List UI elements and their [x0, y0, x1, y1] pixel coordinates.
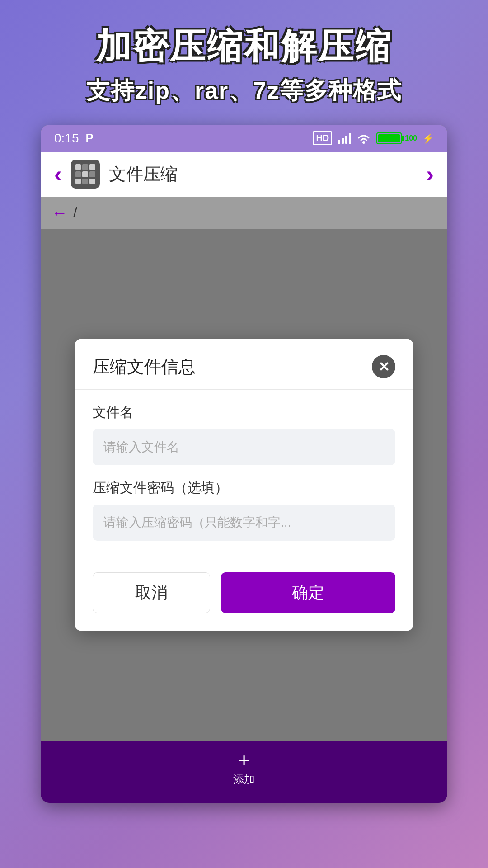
cancel-button[interactable]: 取消: [93, 572, 210, 613]
battery-text: 100: [405, 134, 417, 142]
dialog-overlay: 压缩文件信息 ✕ 文件名 压缩文件密码（选填） 取消 确定: [41, 229, 447, 741]
app-icon: [71, 160, 100, 189]
add-label[interactable]: 添加: [233, 772, 255, 787]
path-back-button[interactable]: ←: [52, 203, 68, 222]
svg-point-0: [362, 141, 365, 144]
bottom-toolbar: + 添加: [41, 741, 447, 796]
forward-button[interactable]: ›: [426, 163, 434, 185]
charging-icon: ⚡: [422, 133, 434, 144]
compress-dialog: 压缩文件信息 ✕ 文件名 压缩文件密码（选填） 取消 确定: [75, 339, 413, 631]
toolbar-title: 文件压缩: [109, 163, 418, 186]
hero-subtitle: 支持zip、rar、7z等多种格式: [18, 75, 470, 107]
battery-indicator: 100: [376, 132, 417, 144]
signal-icon: [338, 133, 351, 144]
password-label: 压缩文件密码（选填）: [93, 479, 395, 497]
filename-label: 文件名: [93, 403, 395, 422]
add-icon: +: [238, 750, 250, 770]
confirm-button[interactable]: 确定: [221, 572, 395, 613]
dialog-close-button[interactable]: ✕: [372, 355, 395, 378]
hd-badge: HD: [313, 131, 332, 145]
wifi-icon: [357, 132, 371, 144]
path-bar: ← /: [41, 197, 447, 229]
status-right: HD 100 ⚡: [313, 131, 434, 145]
status-time: 0:15: [54, 131, 79, 146]
content-area: 压缩文件信息 ✕ 文件名 压缩文件密码（选填） 取消 确定: [41, 229, 447, 741]
hero-title: 加密压缩和解压缩: [18, 27, 470, 66]
path-separator: /: [73, 204, 77, 221]
dialog-header: 压缩文件信息 ✕: [75, 339, 413, 390]
status-left: 0:15 P: [54, 131, 94, 146]
nav-indicator: [41, 796, 447, 803]
dialog-body: 文件名 压缩文件密码（选填）: [75, 390, 413, 568]
status-parking-icon: P: [86, 131, 94, 145]
dialog-footer: 取消 确定: [75, 568, 413, 631]
back-button[interactable]: ‹: [54, 163, 62, 185]
hero-section: 加密压缩和解压缩 支持zip、rar、7z等多种格式: [0, 0, 488, 125]
app-toolbar: ‹ 文件压缩 ›: [41, 152, 447, 197]
dialog-title: 压缩文件信息: [93, 355, 196, 378]
password-input[interactable]: [93, 505, 395, 541]
filename-input[interactable]: [93, 429, 395, 465]
phone-frame: 0:15 P HD 100: [41, 125, 447, 803]
status-bar: 0:15 P HD 100: [41, 125, 447, 152]
